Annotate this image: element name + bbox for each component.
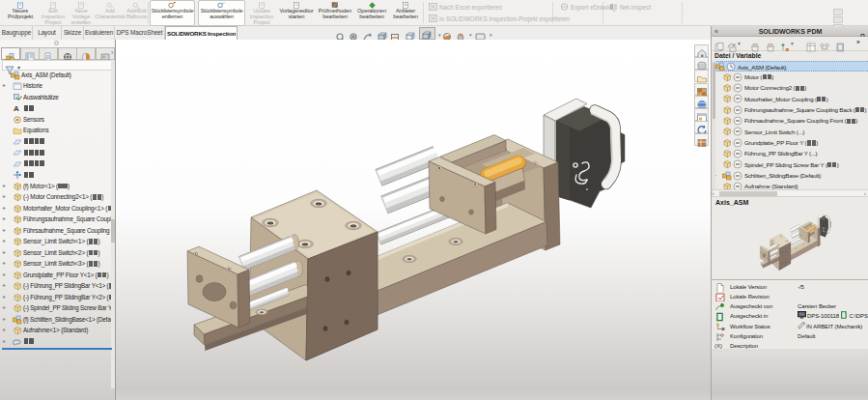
svg-text:A: A [14, 104, 19, 113]
